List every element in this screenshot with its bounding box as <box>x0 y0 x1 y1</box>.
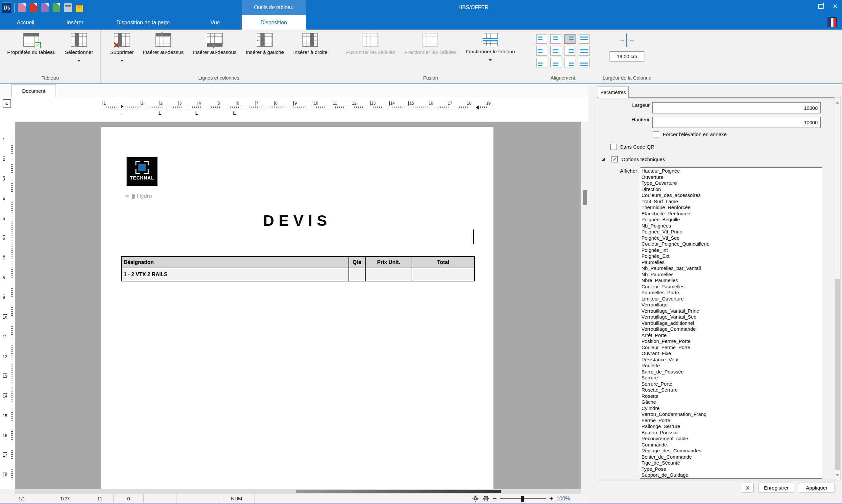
option-item[interactable]: Hauteur_Poignée <box>642 168 822 174</box>
option-item[interactable]: Verrou_Condamnation_Franç <box>642 411 822 417</box>
option-item[interactable]: Nb_Paumelles_par_Vantail <box>642 265 822 272</box>
quote-table[interactable]: Désignation Qté Prix Unit. Total 1 - 2 V… <box>121 256 475 282</box>
option-item[interactable]: Barre_de_Poussée <box>642 369 822 375</box>
tab-stop-marker[interactable]: L <box>195 111 198 115</box>
tab-parametres[interactable]: Paramètres <box>598 86 629 98</box>
email-icon[interactable] <box>76 5 83 12</box>
option-item[interactable]: Couleur_Paumelles <box>642 284 822 290</box>
word-doc-icon[interactable] <box>18 3 26 12</box>
alignment-button-r0-c0[interactable] <box>536 34 547 44</box>
appliquer-button[interactable]: Appliquer <box>799 483 835 493</box>
option-item[interactable]: Rallonge_Serrure <box>642 424 822 430</box>
expander-icon[interactable] <box>602 158 605 161</box>
option-item[interactable]: Limiteur_Ouverture <box>642 296 822 302</box>
tab-stop-marker[interactable]: L <box>159 111 161 115</box>
document-vertical-scrollbar[interactable] <box>581 122 589 489</box>
alignment-button-r1-c3[interactable] <box>579 46 590 56</box>
option-item[interactable]: Paumelles <box>642 259 822 266</box>
forcer-elevation-checkbox[interactable] <box>653 131 659 138</box>
option-item[interactable]: Couleur_Ferme_Porte <box>642 345 822 351</box>
options-techniques-checkbox[interactable]: ✓ <box>611 156 618 162</box>
document-canvas[interactable]: TECHNAL by ))) Hydro DEVIS Désignation Q… <box>15 122 581 489</box>
option-item[interactable]: Résistance_Vent <box>642 357 822 363</box>
option-item[interactable]: Bouton_Poussoir <box>642 430 822 436</box>
alignment-button-r0-c3[interactable] <box>579 34 590 44</box>
option-item[interactable]: Verrouillage_Vantail_Princ <box>642 308 822 314</box>
scroll-up-icon[interactable] <box>836 100 839 104</box>
scrollbar-thumb[interactable] <box>583 190 587 205</box>
delete-button[interactable]: × Supprimer <box>106 33 139 64</box>
option-item[interactable]: Arrêt_Porte <box>642 332 822 339</box>
option-item[interactable]: Verrouillage_additionnel <box>642 320 822 326</box>
french-flag-icon[interactable] <box>827 17 837 27</box>
option-item[interactable]: Etanchéité_Renforcée <box>642 211 822 217</box>
option-item[interactable]: Direction <box>642 186 822 193</box>
print-icon[interactable] <box>64 3 72 12</box>
option-item[interactable]: Position_Ferme_Porte <box>642 338 822 345</box>
scrollbar-thumb[interactable] <box>296 490 501 493</box>
horizontal-ruler[interactable]: → 112345678910111213141516171819LLL <box>15 97 589 122</box>
option-item[interactable]: Type_Ouverture <box>642 180 822 186</box>
right-indent-marker[interactable] <box>473 105 479 110</box>
tab-document[interactable]: Document <box>12 84 56 97</box>
option-item[interactable]: Nbre_Paumelles <box>642 277 822 284</box>
select-button[interactable]: Sélectionner <box>60 33 97 64</box>
restore-icon[interactable] <box>818 4 824 9</box>
option-item[interactable]: Paumelles_Porte <box>642 290 822 296</box>
pan-view-icon[interactable] <box>472 495 479 502</box>
option-item[interactable]: Serrure <box>642 375 822 381</box>
scroll-down-icon[interactable] <box>836 474 839 478</box>
option-item[interactable]: Support_de_Guidage <box>642 472 822 478</box>
option-item[interactable]: Ouvrant_Fixe <box>642 350 822 357</box>
option-item[interactable]: Serrure_Porte <box>642 381 822 387</box>
option-item[interactable]: Tige_de_Sécurité <box>642 460 822 466</box>
sans-code-qr-checkbox[interactable] <box>610 144 616 150</box>
vertical-ruler[interactable]: 123456789101112131415161718 <box>0 122 15 489</box>
app-logo[interactable]: Ds <box>2 2 12 13</box>
insert-below-button[interactable]: ↓ Insérer au-dessous <box>189 33 241 64</box>
tab-accueil[interactable]: Accueil <box>15 15 36 30</box>
option-item[interactable]: Thermique_Renforcée <box>642 204 822 211</box>
document-horizontal-scrollbar[interactable] <box>15 489 581 494</box>
option-item[interactable]: Poignée_Béquille <box>642 217 822 223</box>
alignment-button-r0-c2[interactable] <box>565 34 575 44</box>
alignment-button-r2-c0[interactable] <box>536 58 547 67</box>
option-item[interactable]: Couleur_Poignée_Quincaillerie <box>642 241 822 247</box>
first-line-indent-marker[interactable] <box>121 105 126 108</box>
option-item[interactable]: Cylindre <box>642 406 822 412</box>
scrollbar-thumb[interactable] <box>835 279 840 470</box>
tab-disposition-page[interactable]: Disposition de la page <box>114 15 172 30</box>
option-item[interactable]: Réglage_des_Commandes <box>642 448 822 454</box>
option-item[interactable]: Rosette_Serrure <box>642 387 822 393</box>
zoom-slider-thumb[interactable] <box>521 496 524 502</box>
zoom-out-button[interactable]: − <box>493 496 497 502</box>
zoom-slider[interactable] <box>500 499 546 499</box>
option-item[interactable]: Verrouillage <box>642 302 822 308</box>
close-icon[interactable]: × <box>833 2 837 10</box>
option-item[interactable]: Gâche <box>642 399 822 406</box>
excel-icon[interactable] <box>53 3 60 12</box>
largeur-input[interactable] <box>652 102 821 113</box>
text-doc-icon[interactable] <box>41 3 49 12</box>
table-row[interactable]: 1 - 2 VTX 2 RAILS <box>121 268 474 281</box>
option-item[interactable]: Recouvrement_câble <box>642 436 822 442</box>
option-item[interactable]: Boitier_de_Commande <box>642 454 822 460</box>
insert-left-button[interactable]: ← Insérer à gauche <box>241 33 288 64</box>
tab-vue[interactable]: Vue <box>209 15 222 30</box>
option-item[interactable]: Nb_Poignées <box>642 223 822 229</box>
option-item[interactable]: Type_Pose <box>642 466 822 472</box>
pdf-icon[interactable] <box>30 3 37 12</box>
tab-inserer[interactable]: Insérer <box>65 15 85 30</box>
page-fit-icon[interactable] <box>482 495 489 502</box>
document-page[interactable]: TECHNAL by ))) Hydro DEVIS Désignation Q… <box>101 127 494 489</box>
close-x-button[interactable]: X <box>742 483 754 493</box>
option-item[interactable]: Roulette <box>642 363 822 369</box>
afficher-listbox[interactable]: Hauteur_PoignéeOuvertureType_OuvertureDi… <box>640 167 822 479</box>
option-item[interactable]: Verrouillage_Commande <box>642 326 822 332</box>
alignment-button-r2-c2[interactable] <box>565 58 575 67</box>
table-properties-button[interactable]: ✓ Propriétés du tableau <box>3 33 60 64</box>
zoom-in-button[interactable]: + <box>549 496 553 502</box>
alignment-button-r2-c1[interactable] <box>550 58 561 67</box>
alignment-button-r1-c1[interactable] <box>550 46 561 56</box>
option-item[interactable]: Ferme_Porte <box>642 417 822 424</box>
